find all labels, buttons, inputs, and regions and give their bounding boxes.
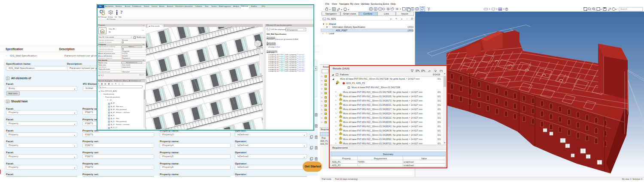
svg-text:Search: Search bbox=[620, 8, 627, 10]
svg-text:?: ? bbox=[120, 9, 123, 15]
